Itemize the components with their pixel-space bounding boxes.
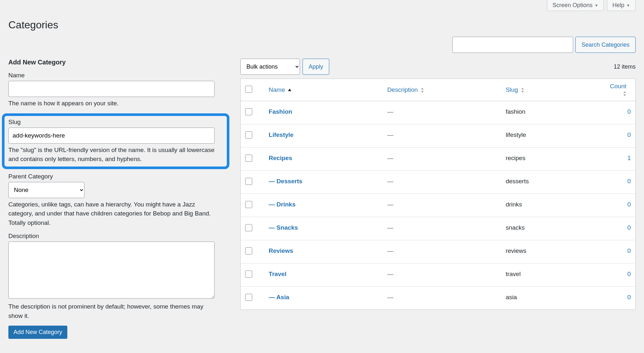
category-count-link[interactable]: 0 — [627, 108, 631, 115]
name-field[interactable] — [8, 81, 215, 97]
slug-field[interactable] — [8, 128, 215, 144]
select-all-checkbox[interactable] — [245, 86, 252, 93]
category-count-link[interactable]: 0 — [627, 201, 631, 208]
category-count-link[interactable]: 1 — [627, 155, 631, 161]
table-row: — Desserts—desserts0 — [241, 171, 636, 194]
category-slug: asia — [501, 287, 604, 310]
category-slug: recipes — [501, 148, 604, 171]
category-count-link[interactable]: 0 — [627, 294, 631, 301]
category-slug: snacks — [501, 217, 604, 240]
name-help-text: The name is how it appears on your site. — [8, 99, 215, 108]
category-slug: reviews — [501, 240, 604, 263]
screen-options-label: Screen Options — [553, 2, 592, 9]
screen-options-button[interactable]: Screen Options ▼ — [547, 0, 604, 11]
column-header-name[interactable]: Name — [264, 79, 383, 101]
slug-label: Slug — [8, 119, 223, 126]
table-row: Reviews—reviews0 — [241, 240, 636, 263]
search-categories-button[interactable]: Search Categories — [575, 37, 636, 53]
category-description: — — [383, 287, 501, 310]
category-name-link[interactable]: — Snacks — [269, 224, 298, 231]
slug-help-text: The "slug" is the URL-friendly version o… — [8, 146, 215, 164]
item-count: 12 items — [614, 63, 636, 70]
table-row: Lifestyle—lifestyle0 — [241, 124, 636, 148]
parent-category-select[interactable]: None — [8, 182, 84, 198]
category-count-link[interactable]: 0 — [627, 131, 631, 138]
row-checkbox[interactable] — [245, 201, 252, 208]
table-row: — Snacks—snacks0 — [241, 217, 636, 240]
category-name-link[interactable]: Reviews — [269, 247, 293, 254]
row-checkbox[interactable] — [245, 108, 252, 115]
help-button[interactable]: Help ▼ — [607, 0, 636, 11]
svg-marker-3 — [521, 88, 524, 90]
svg-marker-5 — [623, 91, 626, 93]
parent-help-text: Categories, unlike tags, can have a hier… — [8, 200, 215, 228]
description-field[interactable] — [8, 242, 215, 299]
table-row: Travel—travel0 — [241, 263, 636, 287]
caret-down-icon: ▼ — [626, 3, 630, 8]
category-name-link[interactable]: — Drinks — [269, 201, 295, 208]
name-label: Name — [8, 72, 227, 79]
row-checkbox[interactable] — [245, 247, 252, 254]
category-slug: desserts — [501, 171, 604, 194]
category-count-link[interactable]: 0 — [627, 224, 631, 231]
category-description: — — [383, 148, 501, 171]
category-count-link[interactable]: 0 — [627, 271, 631, 277]
categories-table: Name Description Slug — [240, 79, 636, 310]
row-checkbox[interactable] — [245, 155, 252, 162]
sort-icon — [623, 91, 626, 96]
category-slug: lifestyle — [501, 124, 604, 148]
category-name-link[interactable]: — Asia — [269, 294, 289, 301]
column-header-slug[interactable]: Slug — [501, 79, 604, 101]
category-name-link[interactable]: — Desserts — [269, 178, 303, 185]
category-description: — — [383, 240, 501, 263]
category-slug: fashion — [501, 101, 604, 124]
form-title: Add New Category — [8, 59, 227, 66]
row-checkbox[interactable] — [245, 131, 252, 138]
row-checkbox[interactable] — [245, 178, 252, 185]
row-checkbox[interactable] — [245, 224, 252, 231]
row-checkbox[interactable] — [245, 271, 252, 278]
category-description: — — [383, 101, 501, 124]
parent-category-label: Parent Category — [8, 173, 227, 180]
table-row: Fashion—fashion0 — [241, 101, 636, 124]
category-slug: drinks — [501, 194, 604, 217]
description-label: Description — [8, 233, 227, 240]
search-input[interactable] — [452, 37, 573, 53]
category-description: — — [383, 124, 501, 148]
sort-icon — [421, 88, 424, 93]
column-header-description[interactable]: Description — [383, 79, 501, 101]
category-name-link[interactable]: Recipes — [269, 155, 292, 161]
category-name-link[interactable]: Lifestyle — [269, 131, 293, 138]
table-row: — Asia—asia0 — [241, 287, 636, 310]
category-description: — — [383, 263, 501, 287]
bulk-actions-select[interactable]: Bulk actions — [240, 59, 300, 75]
column-header-count[interactable]: Count — [604, 79, 635, 101]
svg-marker-6 — [623, 94, 626, 96]
description-help-text: The description is not prominent by defa… — [8, 302, 215, 320]
svg-marker-1 — [421, 88, 424, 90]
apply-button[interactable]: Apply — [303, 59, 329, 75]
help-label: Help — [612, 2, 624, 9]
add-new-category-button[interactable]: Add New Category — [8, 326, 67, 339]
category-count-link[interactable]: 0 — [627, 247, 631, 254]
svg-marker-2 — [421, 91, 424, 93]
row-checkbox[interactable] — [245, 294, 252, 301]
table-row: — Drinks—drinks0 — [241, 194, 636, 217]
category-slug: travel — [501, 263, 604, 287]
category-name-link[interactable]: Fashion — [269, 108, 292, 115]
category-description: — — [383, 217, 501, 240]
page-title: Categories — [8, 18, 636, 31]
caret-down-icon: ▼ — [594, 3, 598, 8]
slug-section-highlighted: Slug The "slug" is the URL-friendly vers… — [2, 113, 229, 169]
sort-icon — [521, 88, 524, 93]
table-row: Recipes—recipes1 — [241, 148, 636, 171]
sort-asc-icon — [288, 89, 291, 92]
category-name-link[interactable]: Travel — [269, 271, 286, 277]
category-description: — — [383, 171, 501, 194]
category-description: — — [383, 194, 501, 217]
category-count-link[interactable]: 0 — [627, 178, 631, 185]
svg-marker-4 — [521, 91, 524, 93]
svg-marker-0 — [288, 89, 291, 91]
